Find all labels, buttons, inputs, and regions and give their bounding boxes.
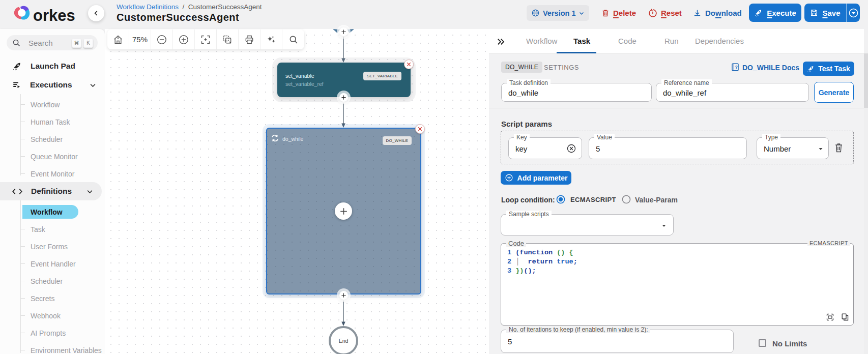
svg-text:orkes: orkes — [33, 7, 75, 24]
svg-text:?: ? — [735, 65, 738, 70]
